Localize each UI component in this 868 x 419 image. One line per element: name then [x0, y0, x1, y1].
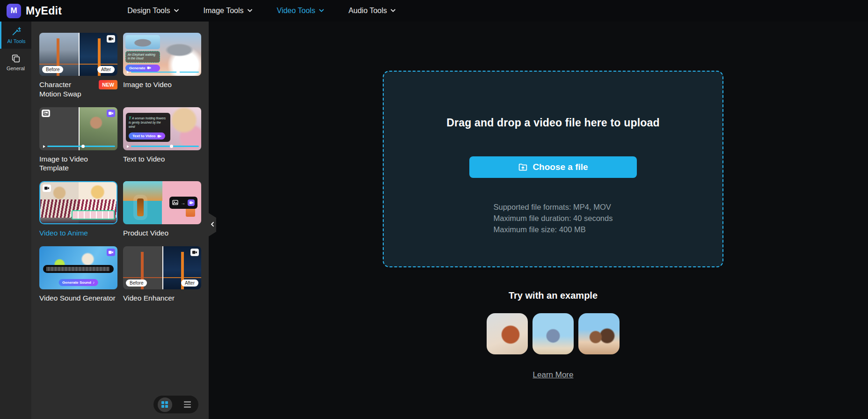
tool-label: Character Motion Swap — [39, 80, 95, 99]
upload-dropzone[interactable]: Drag and drop a video file here to uploa… — [383, 71, 723, 267]
tool-label: Product Video — [123, 228, 168, 238]
chevron-down-icon — [319, 9, 324, 13]
pancake-tile — [123, 181, 162, 200]
music-note-glyph: ♪ — [93, 280, 95, 285]
new-badge: NEW — [99, 80, 117, 89]
video-sound-generator-thumb: Generate Sound ♪ — [39, 246, 117, 289]
serum-bottle — [137, 198, 144, 216]
audio-waveform — [43, 265, 114, 273]
tool-card-label-row: Video Sound Generator — [39, 294, 117, 303]
tool-card-label-row: Product Video — [123, 228, 201, 238]
tool-label: Video Sound Generator — [39, 294, 116, 303]
video-badge-icon — [188, 199, 195, 206]
prompt-caption: An Elephant walking in the cloud — [125, 51, 160, 63]
tool-card-label-row: Image to Video Template — [39, 154, 117, 173]
prompt-caption-text: A woman holding flowers is gently brushe… — [129, 117, 166, 128]
bridge-deck — [79, 64, 118, 65]
tool-label: Image to Video — [123, 80, 172, 89]
image-to-video-template-thumb — [39, 107, 117, 150]
video-progress — [127, 145, 199, 148]
chevron-down-icon — [247, 9, 253, 13]
example-thumb-3[interactable] — [578, 313, 620, 354]
logo-text: MyEdit — [26, 5, 62, 17]
grid-view-icon — [161, 401, 168, 408]
rail-item-ai-tools[interactable]: AI Tools — [0, 22, 31, 49]
arrow-right-glyph: → — [181, 200, 185, 206]
anime-filmstrip — [72, 210, 115, 220]
tool-card-label-row: Character Motion Swap NEW — [39, 80, 117, 99]
tool-card-text-to-video[interactable]: T A woman holding flowers is gently brus… — [123, 107, 201, 173]
chevron-down-icon — [390, 9, 396, 13]
tool-card-product-video[interactable]: → Product Video — [123, 181, 201, 238]
rail-item-general[interactable]: General — [0, 49, 31, 76]
magic-wand-icon — [11, 26, 22, 37]
divider — [79, 33, 80, 76]
prompt-panel: T A woman holding flowers is gently brus… — [126, 113, 170, 142]
text-to-video-pill: Text to Video — [129, 132, 165, 140]
prompt-caption: T A woman holding flowers is gently brus… — [129, 115, 168, 129]
main-nav-menu: Design Tools Image Tools Video Tools Aud… — [127, 7, 396, 15]
example-row — [383, 313, 723, 354]
before-pill: Before — [42, 66, 63, 73]
tool-card-image-to-video[interactable]: An Elephant walking in the cloud Generat… — [123, 33, 201, 99]
tool-card-label-row: Text to Video — [123, 154, 201, 164]
example-thumb-2[interactable] — [532, 313, 574, 354]
text-to-video-thumb: T A woman holding flowers is gently brus… — [123, 107, 201, 150]
tool-card-video-enhancer[interactable]: Before After Video Enhancer — [123, 246, 201, 303]
prompt-t-glyph: T — [129, 116, 131, 120]
prompt-column: An Elephant walking in the cloud Generat… — [125, 35, 160, 72]
myedit-logo[interactable]: M MyEdit — [7, 4, 62, 18]
upload-info: Supported file formats: MP4, MOV Maximum… — [384, 201, 722, 235]
bridge-deck — [162, 277, 202, 279]
tool-label: Text to Video — [123, 154, 165, 164]
after-pill: After — [97, 66, 115, 73]
choose-file-label: Choose a file — [532, 162, 588, 172]
list-view-icon — [184, 401, 191, 408]
generate-sound-pill: Generate Sound ♪ — [58, 279, 98, 286]
video-progress — [127, 70, 199, 74]
bridge-deck — [123, 277, 162, 279]
nav-audio-tools[interactable]: Audio Tools — [349, 7, 396, 15]
list-view-button[interactable] — [176, 396, 198, 413]
video-badge-icon — [43, 184, 51, 192]
tool-card-video-sound-generator[interactable]: Generate Sound ♪ Video Sound Generator — [39, 246, 117, 303]
myedit-logo-icon: M — [7, 4, 21, 18]
nav-audio-tools-label: Audio Tools — [349, 7, 387, 15]
info-duration: Maximum file duration: 40 seconds — [494, 213, 613, 224]
logo-mark-letter: M — [10, 6, 17, 15]
generate-sound-label: Generate Sound — [62, 280, 91, 285]
choose-file-button[interactable]: Choose a file — [469, 156, 637, 178]
tools-panel: Before After Character Motion Swap NEW A… — [31, 22, 209, 419]
tool-card-character-motion-swap[interactable]: Before After Character Motion Swap NEW — [39, 33, 117, 99]
left-rail: AI Tools General — [0, 22, 31, 419]
tool-label: Video Enhancer — [123, 294, 175, 303]
chevron-left-icon — [211, 221, 214, 229]
nav-design-tools-label: Design Tools — [127, 7, 170, 15]
image-to-video-thumb: An Elephant walking in the cloud Generat… — [123, 33, 201, 76]
nav-image-tools[interactable]: Image Tools — [204, 7, 253, 15]
learn-more-link[interactable]: Learn More — [533, 370, 574, 380]
nav-image-tools-label: Image Tools — [204, 7, 244, 15]
examples-section: Try with an example Learn More — [383, 290, 723, 380]
panel-collapse-tab[interactable] — [209, 213, 216, 236]
source-image — [125, 35, 160, 49]
before-pill: Before — [126, 279, 147, 287]
grid-view-button[interactable] — [153, 396, 176, 413]
rail-general-label: General — [7, 66, 25, 71]
tool-card-video-to-anime[interactable]: Video to Anime — [39, 181, 117, 238]
nav-video-tools[interactable]: Video Tools — [277, 7, 324, 15]
divider — [79, 107, 80, 150]
example-thumb-1[interactable] — [487, 313, 528, 354]
tool-card-image-to-video-template[interactable]: Image to Video Template — [39, 107, 117, 173]
generate-pill-label: Generate — [129, 66, 146, 70]
bridge-deck — [39, 64, 79, 65]
divider — [162, 246, 163, 289]
nav-design-tools[interactable]: Design Tools — [127, 7, 179, 15]
nav-video-tools-label: Video Tools — [277, 7, 315, 15]
video-progress — [43, 145, 115, 148]
tool-grid: Before After Character Motion Swap NEW A… — [39, 33, 201, 311]
video-badge-icon — [107, 35, 115, 43]
rail-ai-tools-label: AI Tools — [7, 38, 26, 44]
info-formats: Supported file formats: MP4, MOV — [494, 201, 613, 213]
tool-label: Image to Video Template — [39, 154, 116, 173]
